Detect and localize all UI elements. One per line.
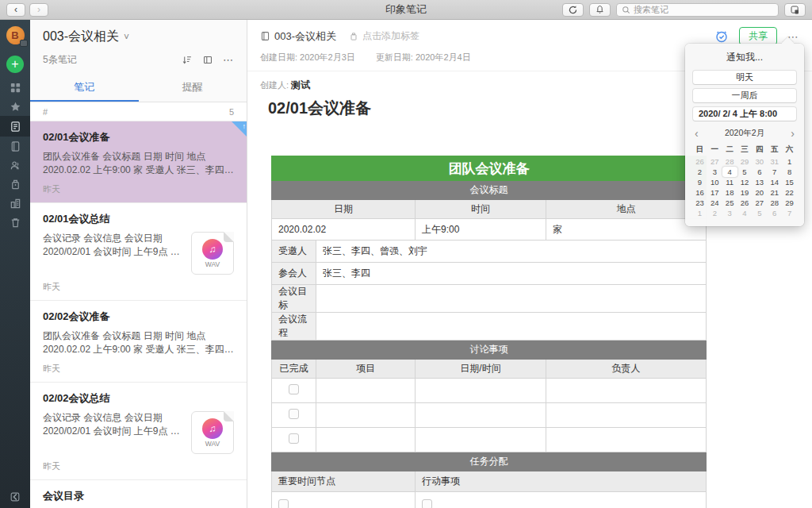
- editor-notebook-selector[interactable]: 003-会议相关: [260, 29, 336, 44]
- calendar-day[interactable]: 10: [707, 177, 722, 187]
- calendar-day[interactable]: 27: [752, 198, 767, 208]
- calendar-day[interactable]: 2: [707, 208, 722, 218]
- list-more-icon[interactable]: ⋯: [223, 54, 234, 66]
- calendar-day[interactable]: 6: [752, 167, 767, 177]
- sidebar-item-shared[interactable]: [0, 156, 30, 175]
- calendar-day[interactable]: 26: [737, 198, 753, 208]
- cell-goal[interactable]: [316, 285, 707, 313]
- reminder-set-icon[interactable]: [714, 29, 729, 44]
- calendar-day[interactable]: 6: [767, 208, 782, 218]
- calendar-day[interactable]: 30: [752, 156, 767, 167]
- cell-place[interactable]: 家: [546, 219, 707, 241]
- empty-cell[interactable]: [416, 379, 546, 403]
- sidebar-item-notes[interactable]: [0, 116, 30, 137]
- cell-date[interactable]: 2020.02.02: [272, 219, 416, 241]
- empty-cell[interactable]: [546, 379, 707, 403]
- calendar-day[interactable]: 31: [767, 156, 782, 167]
- calendar-day[interactable]: 3: [722, 208, 737, 218]
- note-list-item[interactable]: 02/01会议总结 会议记录 会议信息 会议日期 2020/02/01 会议时间…: [30, 203, 247, 301]
- note-list-item[interactable]: ↑ 02/01会议准备 团队会议准备 会议标题 日期 时间 地点 2020.02…: [30, 121, 247, 203]
- calendar-day[interactable]: 13: [752, 177, 767, 187]
- cell-invitees[interactable]: 张三、李四、曾强、刘宇: [316, 241, 707, 263]
- calendar-day[interactable]: 28: [722, 156, 737, 167]
- calendar-day[interactable]: 5: [737, 167, 753, 177]
- calendar-day[interactable]: 7: [767, 167, 782, 177]
- calendar-next-icon[interactable]: ›: [791, 128, 795, 139]
- wav-attachment-icon[interactable]: ♫WAV: [191, 411, 234, 454]
- calendar-day-selected[interactable]: 4: [722, 167, 737, 177]
- calendar-day[interactable]: 28: [767, 198, 782, 208]
- tab-notes[interactable]: 笔记: [30, 74, 139, 102]
- calendar-day[interactable]: 23: [692, 198, 707, 208]
- sync-button[interactable]: [562, 3, 584, 17]
- calendar-day[interactable]: 1: [692, 208, 707, 218]
- checkbox[interactable]: [289, 384, 299, 394]
- collapse-sidebar-button[interactable]: [0, 487, 30, 506]
- view-options-icon[interactable]: [202, 55, 213, 65]
- sidebar-item-tags[interactable]: [0, 175, 30, 194]
- calendar-day[interactable]: 17: [707, 187, 722, 198]
- calendar-day[interactable]: 20: [752, 187, 767, 198]
- forward-button[interactable]: ›: [29, 3, 48, 17]
- calendar-day[interactable]: 11: [722, 177, 737, 187]
- checkbox[interactable]: [278, 499, 289, 508]
- calendar-day[interactable]: 3: [707, 167, 722, 177]
- calendar-day[interactable]: 25: [722, 198, 737, 208]
- calendar-day[interactable]: 16: [692, 187, 707, 198]
- calendar-day[interactable]: 8: [782, 167, 797, 177]
- note-list-item[interactable]: 会议目录 会议准备 02/01会议准备 02/02会议准备 会议总结 02/02…: [30, 480, 247, 508]
- calendar-day[interactable]: 24: [707, 198, 722, 208]
- empty-cell[interactable]: [416, 403, 546, 428]
- notebook-selector[interactable]: 003-会议相关 ˅: [43, 29, 234, 45]
- sort-icon[interactable]: [182, 55, 193, 65]
- calendar-day[interactable]: 2: [692, 167, 707, 177]
- sidebar-item-notebooks[interactable]: [0, 137, 30, 156]
- calendar-day[interactable]: 14: [767, 177, 782, 187]
- calendar-day[interactable]: 26: [692, 156, 707, 167]
- calendar-day[interactable]: 21: [767, 187, 782, 198]
- calendar-day[interactable]: 22: [782, 187, 797, 198]
- share-button[interactable]: 共享: [739, 27, 777, 45]
- note-info-button[interactable]: [784, 3, 806, 17]
- empty-cell[interactable]: [546, 403, 707, 428]
- back-button[interactable]: ‹: [6, 3, 25, 17]
- calendar-day[interactable]: 29: [737, 156, 753, 167]
- wav-attachment-icon[interactable]: ♫WAV: [191, 232, 234, 275]
- note-list-item[interactable]: 02/02会议总结 会议记录 会议信息 会议日期 2020/02/01 会议时间…: [30, 383, 247, 480]
- remind-tomorrow-button[interactable]: 明天: [693, 71, 796, 84]
- tab-reminders[interactable]: 提醒: [139, 74, 247, 102]
- calendar-day[interactable]: 15: [782, 177, 797, 187]
- calendar-day[interactable]: 12: [737, 177, 753, 187]
- notifications-button[interactable]: [589, 3, 611, 17]
- calendar-day[interactable]: 5: [752, 208, 767, 218]
- search-input[interactable]: 搜索笔记: [616, 3, 779, 17]
- checkbox[interactable]: [289, 409, 299, 419]
- empty-cell[interactable]: [316, 428, 416, 452]
- add-tag-field[interactable]: 点击添加标签: [349, 29, 419, 43]
- calendar-day[interactable]: 29: [782, 198, 797, 208]
- checkbox[interactable]: [289, 433, 299, 444]
- cell-actions[interactable]: [416, 492, 707, 508]
- calendar-day[interactable]: 9: [692, 177, 707, 187]
- sidebar-item-starred[interactable]: [0, 97, 30, 116]
- cell-milestones[interactable]: [272, 492, 416, 508]
- empty-cell[interactable]: [546, 428, 707, 452]
- sidebar-item-business[interactable]: [0, 194, 30, 213]
- cell-time[interactable]: 上午9:00: [416, 219, 546, 241]
- note-list-item[interactable]: 02/02会议准备 团队会议准备 会议标题 日期 时间 地点 2020.02.0…: [30, 301, 247, 383]
- sidebar-item-trash[interactable]: [0, 213, 30, 232]
- calendar-day[interactable]: 1: [782, 156, 797, 167]
- remind-next-week-button[interactable]: 一周后: [693, 89, 796, 102]
- avatar[interactable]: B: [6, 26, 25, 44]
- sidebar-item-shortcuts[interactable]: [0, 78, 30, 97]
- cell-attendees[interactable]: 张三、李四: [316, 263, 707, 285]
- calendar-day[interactable]: 4: [737, 208, 753, 218]
- calendar-day[interactable]: 18: [722, 187, 737, 198]
- cell-process[interactable]: [316, 313, 707, 341]
- empty-cell[interactable]: [416, 428, 546, 452]
- checkbox[interactable]: [422, 499, 432, 508]
- empty-cell[interactable]: [316, 379, 416, 403]
- reminder-datetime-input[interactable]: 2020/ 2/ 4 上午 8:00: [693, 107, 796, 121]
- calendar-day[interactable]: 7: [782, 208, 797, 218]
- empty-cell[interactable]: [316, 403, 416, 428]
